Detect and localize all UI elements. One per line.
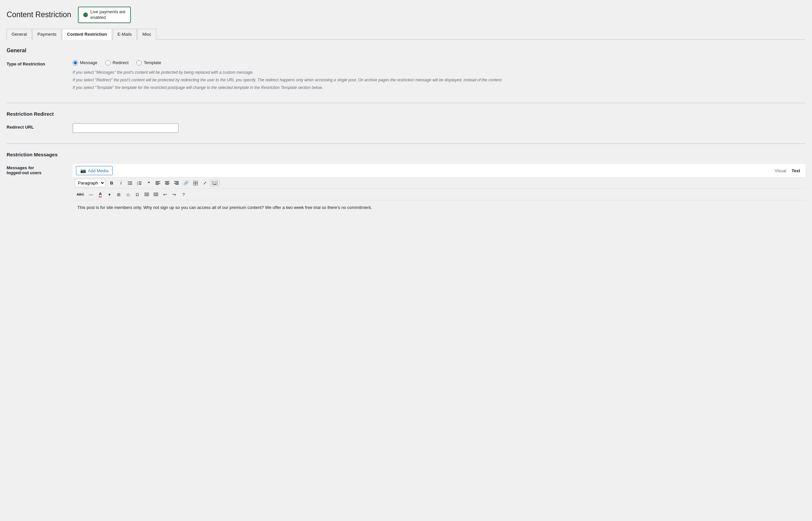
toolbar-text-color[interactable]: A	[96, 190, 105, 199]
general-section-title: General	[7, 48, 805, 53]
restriction-redirect-section: Restriction Redirect Redirect URL	[7, 111, 805, 133]
tab-content-restriction[interactable]: Content Restriction	[62, 29, 112, 40]
live-status-dot	[83, 13, 88, 17]
toolbar-redo[interactable]: ↪	[170, 191, 179, 198]
svg-rect-32	[216, 182, 217, 182]
svg-rect-35	[215, 183, 216, 184]
restriction-messages-title: Restriction Messages	[7, 152, 805, 157]
toolbar-row-1: Paragraph B I 1.2.3. ❝	[73, 178, 805, 189]
page-header: Content Restriction Live payments are en…	[7, 7, 805, 23]
page-title: Content Restriction	[7, 10, 71, 19]
visual-tab[interactable]: Visual	[773, 167, 788, 174]
redirect-url-label: Redirect URL	[7, 123, 73, 130]
toolbar-link[interactable]: 🔗	[181, 179, 191, 187]
type-of-restriction-row: Type of Restriction Message Redirect	[7, 60, 805, 93]
add-media-label: Add Media	[88, 168, 109, 173]
live-payments-badge: Live payments are enabled	[78, 7, 131, 23]
restriction-redirect-title: Restriction Redirect	[7, 111, 805, 117]
text-tab[interactable]: Text	[790, 167, 802, 174]
tab-payments[interactable]: Payments	[32, 29, 62, 40]
paragraph-select[interactable]: Paragraph	[75, 179, 105, 187]
view-tabs: Visual Text	[773, 167, 802, 174]
radio-option-redirect[interactable]: Redirect	[105, 60, 128, 65]
radio-template[interactable]	[137, 60, 142, 65]
radio-redirect-label: Redirect	[113, 60, 128, 65]
type-of-restriction-control: Message Redirect Template If you select …	[73, 60, 805, 93]
toolbar-paste-word[interactable]: ⊞	[115, 191, 123, 198]
help-text-message: If you select "Messages" the post's cont…	[73, 69, 805, 76]
messages-logged-out-label: Messages for logged-out users	[7, 164, 73, 175]
content-area: General Type of Restriction Message Redi…	[7, 40, 805, 285]
toolbar-unordered-list[interactable]	[126, 180, 135, 187]
divider-2	[7, 143, 805, 144]
svg-rect-36	[216, 183, 217, 184]
toolbar-ordered-list[interactable]: 1.2.3.	[135, 180, 144, 187]
editor-top-bar: 📷 Add Media Visual Text	[73, 164, 805, 178]
toolbar-undo[interactable]: ↩	[161, 191, 169, 198]
toolbar-align-right[interactable]	[172, 180, 181, 187]
toolbar-bold[interactable]: B	[108, 179, 116, 187]
redirect-url-row: Redirect URL	[7, 123, 805, 133]
toolbar-keyboard[interactable]	[210, 180, 220, 186]
editor-content[interactable]: This post is for site members only. Why …	[73, 200, 805, 267]
tab-misc[interactable]: Misc	[138, 29, 156, 40]
toolbar-clear-formatting[interactable]: ◇	[124, 191, 133, 198]
svg-rect-31	[215, 182, 216, 182]
help-text-redirect: If you select "Redirect" the post's cont…	[73, 77, 805, 83]
messages-logged-out-row: Messages for logged-out users 📷 Add Medi…	[7, 164, 805, 267]
toolbar-fullscreen[interactable]: ⤢	[200, 179, 209, 187]
toolbar-indent[interactable]	[152, 191, 160, 198]
toolbar-strikethrough[interactable]: ABC	[75, 191, 86, 198]
radio-template-label: Template	[144, 60, 161, 65]
toolbar-outdent[interactable]	[142, 191, 151, 198]
radio-redirect[interactable]	[105, 60, 111, 65]
toolbar-row-2: ABC — A ▾ ⊞ ◇ Ω	[73, 189, 805, 200]
add-media-icon: 📷	[80, 168, 86, 173]
tab-general[interactable]: General	[7, 29, 32, 40]
svg-rect-33	[212, 183, 213, 184]
toolbar-table[interactable]	[191, 180, 200, 187]
radio-message-label: Message	[80, 60, 97, 65]
help-text-template: If you select "Template" the template fo…	[73, 85, 805, 91]
toolbar-help[interactable]: ?	[180, 191, 188, 198]
svg-marker-41	[144, 194, 145, 195]
tabs-navigation: General Payments Content Restriction E-M…	[7, 28, 805, 40]
editor-container: 📷 Add Media Visual Text Paragraph	[73, 164, 805, 267]
live-badge-text: Live payments are enabled	[91, 9, 125, 21]
radio-option-message[interactable]: Message	[73, 60, 97, 65]
svg-rect-29	[212, 182, 213, 182]
svg-rect-34	[214, 183, 214, 184]
restriction-messages-section: Restriction Messages Messages for logged…	[7, 152, 805, 267]
svg-point-5	[128, 184, 128, 185]
toolbar-color-dropdown[interactable]: ▾	[105, 191, 114, 198]
svg-point-3	[128, 181, 128, 182]
page-wrapper: Content Restriction Live payments are en…	[0, 0, 812, 521]
toolbar-special-chars[interactable]: Ω	[133, 191, 142, 198]
toolbar-align-left[interactable]	[153, 180, 162, 187]
toolbar-italic[interactable]: I	[117, 179, 125, 187]
restriction-radio-group: Message Redirect Template	[73, 60, 805, 65]
toolbar-align-center[interactable]	[163, 180, 171, 187]
svg-marker-45	[153, 194, 154, 195]
general-section: General Type of Restriction Message Redi…	[7, 48, 805, 93]
redirect-url-control	[73, 123, 805, 133]
svg-point-4	[128, 183, 128, 183]
radio-option-template[interactable]: Template	[137, 60, 161, 65]
svg-rect-30	[214, 182, 214, 182]
toolbar-horizontal-rule[interactable]: —	[87, 191, 95, 198]
redirect-url-input[interactable]	[73, 123, 178, 133]
toolbar-blockquote[interactable]: ❝	[144, 179, 153, 187]
svg-rect-37	[213, 184, 216, 185]
add-media-button[interactable]: 📷 Add Media	[76, 166, 113, 175]
svg-text:3.: 3.	[137, 183, 138, 185]
radio-message[interactable]	[73, 60, 78, 65]
type-of-restriction-label: Type of Restriction	[7, 60, 73, 66]
tab-emails[interactable]: E-Mails	[113, 29, 137, 40]
divider-1	[7, 103, 805, 103]
